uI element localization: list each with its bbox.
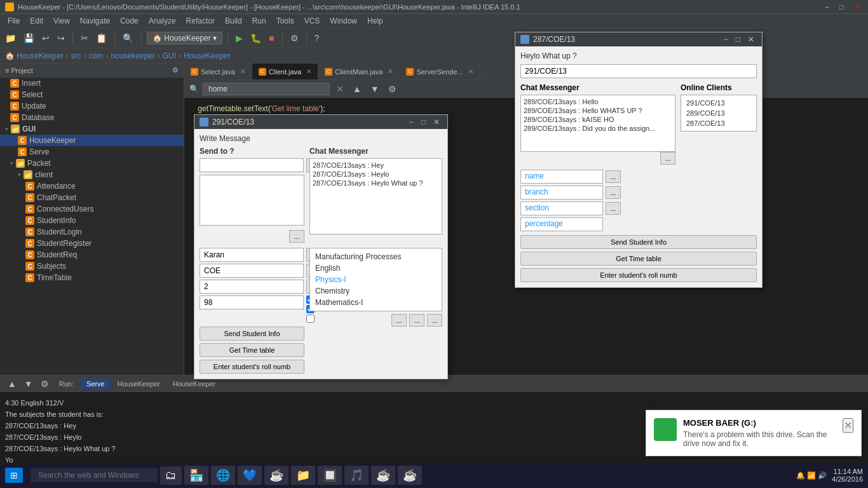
tab-select-java[interactable]: C Select.java ✕ bbox=[184, 64, 252, 79]
menu-item-window[interactable]: Window bbox=[325, 15, 362, 27]
search-input[interactable] bbox=[203, 83, 330, 95]
toolbar-btn-6[interactable]: 📋 bbox=[93, 32, 109, 44]
taskbar-app-7[interactable]: 🔲 bbox=[318, 466, 342, 485]
branch-input[interactable] bbox=[200, 264, 304, 278]
window-sec-close[interactable]: ✕ bbox=[745, 35, 757, 44]
menu-item-help[interactable]: Help bbox=[362, 15, 388, 27]
get-timetable-btn[interactable]: Get Time table bbox=[200, 343, 304, 357]
menu-item-view[interactable]: View bbox=[48, 15, 75, 27]
menu-item-edit[interactable]: Edit bbox=[25, 15, 48, 27]
taskbar-app-10[interactable]: ☕ bbox=[398, 466, 422, 485]
breadcrumb-item-2[interactable]: src bbox=[71, 51, 81, 60]
tree-item-client-folder[interactable]: ▾ 📁 client bbox=[0, 169, 184, 180]
tab-close-client[interactable]: ✕ bbox=[306, 68, 311, 75]
online-client-2[interactable]: 289/COE/13 bbox=[684, 108, 754, 118]
run-button[interactable]: ▶ bbox=[233, 32, 245, 44]
run-tab-serve[interactable]: Serve bbox=[81, 379, 110, 389]
message-compose-area[interactable] bbox=[200, 175, 304, 226]
tab-close-select[interactable]: ✕ bbox=[240, 68, 245, 75]
close-button[interactable]: ✕ bbox=[851, 3, 863, 11]
sec-name-ellipsis[interactable]: ... bbox=[606, 170, 621, 183]
tree-item-studentreq[interactable]: C StudentReq bbox=[0, 249, 184, 261]
subj-other-btn[interactable]: ... bbox=[427, 314, 442, 327]
taskbar-app-2[interactable]: 🏪 bbox=[184, 466, 208, 485]
sec-get-timetable-btn[interactable]: Get Time table bbox=[520, 252, 757, 266]
taskbar-search-input[interactable] bbox=[31, 468, 158, 482]
start-button[interactable]: ⊞ bbox=[5, 468, 23, 483]
menu-item-analyze[interactable]: Analyze bbox=[144, 15, 181, 27]
search-prev-btn[interactable]: ▲ bbox=[350, 83, 364, 95]
menu-item-tools[interactable]: Tools bbox=[271, 15, 299, 27]
window-sec-maximize[interactable]: □ bbox=[733, 35, 743, 44]
project-dropdown[interactable]: 🏠 HouseKeeper ▾ bbox=[147, 32, 222, 44]
sec-branch-ellipsis[interactable]: ... bbox=[606, 186, 621, 199]
roll-input[interactable] bbox=[520, 64, 757, 78]
subj-prev-btn[interactable]: ... bbox=[391, 314, 407, 327]
tree-item-studentregister[interactable]: C StudentRegister bbox=[0, 238, 184, 249]
breadcrumb-item-3[interactable]: com bbox=[89, 51, 104, 60]
taskbar-app-3[interactable]: 🌐 bbox=[211, 466, 235, 485]
search-next-btn[interactable]: ▼ bbox=[368, 83, 382, 95]
sec-enter-roll-btn[interactable]: Enter student's roll numb bbox=[520, 268, 757, 282]
search-settings-btn[interactable]: ⚙ bbox=[386, 83, 399, 95]
run-tab-housekeeper1[interactable]: HouseKeeper bbox=[112, 379, 165, 389]
tree-item-subjects[interactable]: C Subjects bbox=[0, 261, 184, 272]
tree-item-studentlogin[interactable]: C StudentLogin bbox=[0, 226, 184, 238]
percentage-input[interactable] bbox=[200, 295, 304, 309]
search-close-btn[interactable]: ✕ bbox=[334, 83, 346, 95]
sec-section-ellipsis[interactable]: ... bbox=[606, 202, 621, 215]
tree-item-connectedusers[interactable]: C ConnectedUsers bbox=[0, 203, 184, 215]
tree-item-timetable[interactable]: C TimeTable bbox=[0, 272, 184, 283]
menu-item-refactor[interactable]: Refactor bbox=[181, 15, 220, 27]
tree-item-serve[interactable]: C Serve bbox=[0, 146, 184, 158]
subj-next-btn[interactable]: ... bbox=[409, 314, 424, 327]
online-client-3[interactable]: 287/COE/13 bbox=[684, 118, 754, 128]
stop-button[interactable]: ■ bbox=[266, 32, 276, 44]
run-settings-btn[interactable]: ⚙ bbox=[38, 377, 51, 390]
taskbar-app-5[interactable]: ☕ bbox=[264, 466, 288, 485]
menu-item-navigate[interactable]: Navigate bbox=[75, 15, 115, 27]
tree-item-update[interactable]: C Update bbox=[0, 100, 184, 112]
toolbar-btn-2[interactable]: 💾 bbox=[21, 32, 37, 44]
tab-clientmain-java[interactable]: C ClientMain.java ✕ bbox=[318, 64, 400, 79]
tree-item-gui[interactable]: ▾ 📁 GUI bbox=[0, 123, 184, 135]
taskbar-app-8[interactable]: 🎵 bbox=[344, 466, 369, 485]
run-down-btn[interactable]: ▼ bbox=[22, 377, 36, 390]
tab-serversende[interactable]: C ServerSende... ✕ bbox=[400, 64, 480, 79]
menu-item-build[interactable]: Build bbox=[220, 15, 247, 27]
sec-chat-ellipsis[interactable]: ... bbox=[660, 152, 675, 165]
window-main-minimize[interactable]: − bbox=[407, 118, 416, 126]
tab-close-serversende[interactable]: ✕ bbox=[468, 68, 473, 75]
settings-button[interactable]: ⚙ bbox=[288, 32, 301, 44]
menu-item-run[interactable]: Run bbox=[247, 15, 271, 27]
help-button[interactable]: ? bbox=[312, 32, 322, 44]
tree-item-housekeeper[interactable]: C HouseKeeper bbox=[0, 135, 184, 146]
debug-button[interactable]: 🐛 bbox=[248, 32, 264, 44]
window-sec-minimize[interactable]: − bbox=[721, 35, 731, 44]
tree-item-studentinfo[interactable]: C StudentInfo bbox=[0, 215, 184, 226]
taskbar-app-4[interactable]: 💙 bbox=[238, 466, 262, 485]
send-student-info-btn[interactable]: Send Student Info bbox=[200, 327, 304, 341]
toolbar-btn-7[interactable]: 🔍 bbox=[120, 32, 136, 44]
run-up-btn[interactable]: ▲ bbox=[5, 377, 19, 390]
breadcrumb-item-1[interactable]: 🏠 HouseKeeper bbox=[5, 51, 64, 60]
menu-item-vcs[interactable]: VCS bbox=[299, 15, 325, 27]
sec-send-student-info-btn[interactable]: Send Student Info bbox=[520, 235, 757, 249]
section-input[interactable] bbox=[200, 280, 304, 294]
name-input[interactable] bbox=[200, 248, 304, 262]
window-main-title-bar[interactable]: 291/COE/13 − □ ✕ bbox=[194, 115, 447, 129]
panel-settings-icon[interactable]: ⚙ bbox=[172, 66, 179, 74]
maximize-button[interactable]: □ bbox=[837, 3, 846, 11]
minimize-button[interactable]: − bbox=[822, 3, 832, 11]
send-to-input[interactable] bbox=[200, 158, 304, 172]
tab-client-java[interactable]: C Client.java ✕ bbox=[252, 64, 318, 79]
menu-item-file[interactable]: File bbox=[3, 15, 25, 27]
tree-item-packet[interactable]: ▾ 📁 Packet bbox=[0, 158, 184, 169]
tree-item-chatpacket[interactable]: C ChatPacket bbox=[0, 192, 184, 203]
window-main-close[interactable]: ✕ bbox=[431, 118, 442, 126]
tree-item-insert[interactable]: C Insert bbox=[0, 78, 184, 89]
toast-close-btn[interactable]: ✕ bbox=[843, 418, 853, 433]
window-secondary-title-bar[interactable]: 287/COE/13 − □ ✕ bbox=[515, 32, 762, 46]
taskbar-app-9[interactable]: ☕ bbox=[371, 466, 395, 485]
taskbar-app-1[interactable]: 🗂 bbox=[160, 466, 182, 485]
